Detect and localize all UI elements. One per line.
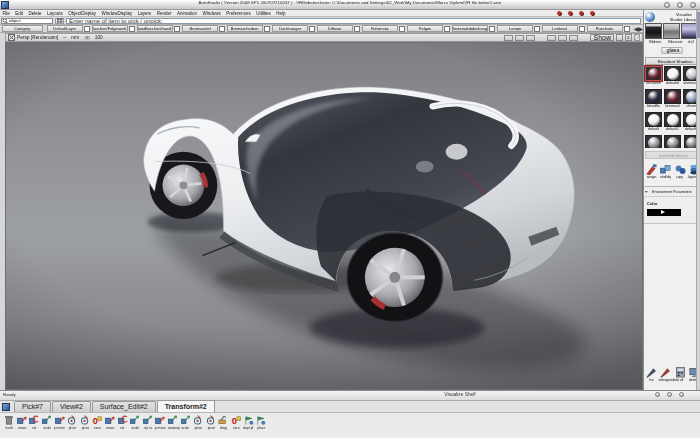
viewport-3d[interactable] — [5, 42, 643, 390]
shelf-scale[interactable]: scale — [129, 414, 142, 437]
menu-windows[interactable]: Windows — [203, 10, 221, 17]
action-shd-obj[interactable]: shd/obj — [659, 163, 672, 182]
layer-button-diffusor[interactable]: Diffusor — [317, 25, 353, 32]
shelf-pivot[interactable]: pivot — [205, 414, 218, 437]
pick-options-button[interactable] — [55, 18, 64, 24]
close-button[interactable] — [679, 392, 684, 397]
show-button[interactable]: Show — [590, 34, 614, 41]
viewport-close-icon[interactable] — [8, 34, 15, 41]
window-grip[interactable] — [634, 34, 640, 41]
minimize-button[interactable] — [664, 2, 670, 8]
panel-scrollbar[interactable] — [696, 10, 700, 390]
menu-objectdisplay[interactable]: ObjectDisplay — [68, 10, 96, 17]
shelf-scale[interactable]: scale — [179, 414, 192, 437]
eye-icon[interactable] — [84, 36, 90, 40]
layer-checkbox[interactable] — [354, 26, 360, 32]
shader-thumb[interactable] — [664, 66, 681, 81]
layout-button[interactable] — [616, 34, 623, 41]
shelf-move[interactable]: move — [16, 414, 29, 437]
shelf-nonprop[interactable]: nonprop — [167, 414, 180, 437]
tab-transform#2[interactable]: Transform#2 — [157, 400, 215, 412]
layer-button-defaultlayer[interactable]: DefaultLayer — [47, 25, 83, 32]
shelf-zero[interactable]: 0zero — [230, 414, 243, 437]
layer-category-button[interactable]: Category — [2, 25, 43, 32]
shade-toggle-icon[interactable] — [547, 35, 556, 41]
layer-button-lampe[interactable]: Lampe — [497, 25, 533, 32]
close-button[interactable] — [690, 2, 696, 8]
shelf-drag[interactable]: drag — [217, 414, 230, 437]
shade-toggle-icon[interactable] — [558, 35, 567, 41]
menu-utilities[interactable]: Utilities — [256, 10, 271, 17]
shelf-dupl-pl[interactable]: dupl.pl — [242, 414, 255, 437]
maximize-button[interactable] — [677, 2, 683, 8]
color-swatch[interactable] — [647, 209, 681, 216]
layer-checkbox[interactable] — [264, 26, 270, 32]
layout-3-button[interactable]: 3 — [625, 34, 632, 41]
shelf-p-move[interactable]: p move — [154, 414, 167, 437]
menu-file[interactable]: File — [3, 10, 10, 17]
shader-thumb[interactable] — [664, 135, 681, 148]
shader-default[interactable]: default — [644, 112, 663, 135]
layer-checkbox[interactable] — [84, 26, 90, 32]
menu-preferences[interactable]: Preferences — [226, 10, 250, 17]
layer-checkbox[interactable] — [174, 26, 180, 32]
shade-toggle-icon[interactable] — [569, 35, 578, 41]
layer-button-dachtraeger[interactable]: Dachtraeger — [272, 25, 308, 32]
env-params-header[interactable]: Environment Parameters — [644, 187, 700, 197]
tab-surface_edit#2[interactable]: Surface_Edit#2 — [92, 401, 156, 412]
action-hw[interactable]: hw — [645, 366, 658, 385]
layer-checkbox[interactable] — [309, 26, 315, 32]
layer-checkbox[interactable] — [579, 26, 585, 32]
shelf-p-move[interactable]: p move — [53, 414, 66, 437]
layer-button-bremssattel[interactable]: Bremssattel — [182, 25, 218, 32]
environment-thumb-bildstra[interactable] — [645, 23, 662, 39]
shader-library-menu[interactable]: Shader Library... — [670, 18, 699, 21]
shelf-zero[interactable]: 0zero — [91, 414, 104, 437]
shelf-place[interactable]: place — [255, 414, 268, 437]
menu-delete[interactable]: Delete — [29, 10, 42, 17]
layer-checkbox[interactable] — [444, 26, 450, 32]
layer-checkbox[interactable] — [489, 26, 495, 32]
shader-thumb[interactable] — [645, 112, 662, 127]
layer-button-ruecksitz[interactable]: Ruecksitz — [587, 25, 623, 32]
shader-default1[interactable]: default1 — [663, 112, 682, 135]
shader-thumb[interactable] — [664, 89, 681, 104]
menu-layouts[interactable]: Layouts — [47, 10, 63, 17]
layer-checkbox[interactable] — [399, 26, 405, 32]
layer-button-hinteradabdeckung[interactable]: hinteradabdeckung — [452, 25, 488, 32]
action-lst-all[interactable]: lst all — [673, 366, 686, 385]
minimize-button[interactable] — [655, 392, 660, 397]
display-toggle-icon[interactable] — [515, 35, 524, 41]
menu-render[interactable]: Render — [157, 10, 172, 17]
shelf-move[interactable]: move — [104, 414, 117, 437]
shader-blendfla[interactable]: blendfla — [644, 89, 663, 112]
maximize-button[interactable] — [667, 392, 672, 397]
shader-defaultsf[interactable]: defaultsf — [663, 66, 682, 89]
menu-animation[interactable]: Animation — [177, 10, 197, 17]
shelf-np-sc[interactable]: np sc — [142, 414, 155, 437]
layer-checkbox[interactable] — [219, 26, 225, 32]
menu-edit[interactable]: Edit — [15, 10, 23, 17]
camera-label[interactable]: Persp [Rendercam] — [17, 35, 58, 40]
shelf-trash[interactable]: trash — [3, 414, 16, 437]
layer-button-lenkrad[interactable]: Lenkrad — [542, 25, 578, 32]
action-assign[interactable]: assign — [645, 163, 658, 182]
shelf-pivot[interactable]: pivot — [66, 414, 79, 437]
layer-button-bremsscheiben[interactable]: Bremsscheiben — [227, 25, 263, 32]
shelf-rot[interactable]: rot — [116, 414, 129, 437]
environment-thumb-bbcountr[interactable] — [663, 23, 680, 39]
glass-button[interactable]: glass — [662, 47, 683, 53]
layer-checkbox[interactable] — [534, 26, 540, 32]
shader-thumb[interactable] — [664, 112, 681, 127]
menu-windowdisplay[interactable]: WindowDisplay — [102, 10, 133, 17]
layer-scroll-arrows[interactable]: ◀▶ — [634, 25, 643, 32]
layer-checkbox[interactable] — [624, 26, 630, 32]
shader-environm[interactable]: environm — [644, 66, 663, 89]
layer-button-fahrersitz[interactable]: Fahrersitz — [362, 25, 398, 32]
action-copy[interactable]: copy — [673, 163, 686, 182]
tab-view#2[interactable]: View#2 — [52, 401, 91, 412]
display-toggle-icon[interactable] — [526, 35, 535, 41]
layer-button-felgen[interactable]: Felgen — [407, 25, 443, 32]
shelf-pivot[interactable]: pivot — [79, 414, 92, 437]
menu-layers[interactable]: Layers — [138, 10, 152, 17]
